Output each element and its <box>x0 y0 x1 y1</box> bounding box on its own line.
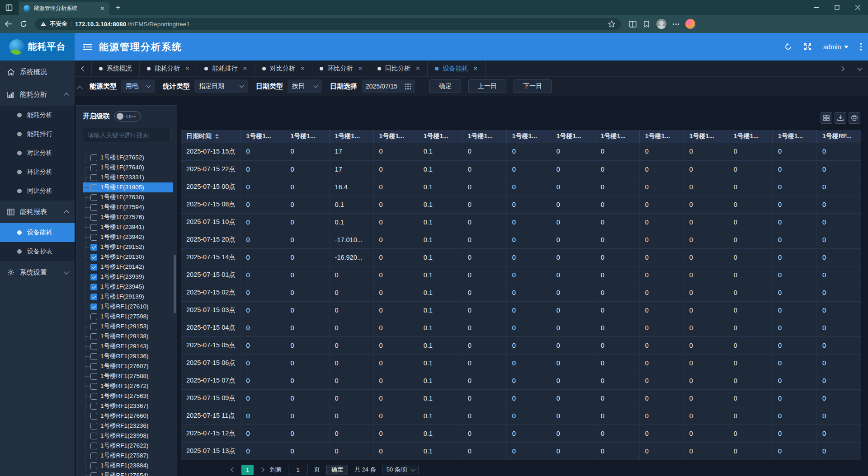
sidebar-item-能耗排行[interactable]: 能耗排行 <box>0 125 75 144</box>
collapse-filter-icon[interactable] <box>77 86 83 92</box>
print-button[interactable] <box>849 112 860 124</box>
tree-checkbox[interactable] <box>90 224 97 231</box>
table-row[interactable]: 2025-07-15 01点00000.1000000000 <box>181 266 861 284</box>
reload-icon[interactable] <box>20 20 30 28</box>
tree-checkbox[interactable] <box>90 264 97 271</box>
next-day-button[interactable]: 下一日 <box>514 79 552 93</box>
tree-node-1号楼RF1(27654)[interactable]: 1号楼RF1(27654) <box>83 471 173 476</box>
tab-close-icon[interactable]: ✕ <box>473 65 477 72</box>
tree-checkbox[interactable] <box>90 234 97 241</box>
tree-checkbox[interactable] <box>90 393 97 400</box>
sidebar-item-对比分析[interactable]: 对比分析 <box>0 144 75 163</box>
tree-checkbox[interactable] <box>90 294 97 300</box>
tree-node-1号楼RF1(29136)[interactable]: 1号楼RF1(29136) <box>83 351 173 361</box>
tree-search-input[interactable] <box>83 128 170 142</box>
tree-scrollbar[interactable] <box>174 255 176 313</box>
tree-checkbox[interactable] <box>90 363 97 370</box>
browser-menu-icon[interactable] <box>673 23 679 25</box>
tree-node-1号楼1F(29152)[interactable]: 1号楼1F(29152) <box>83 242 173 252</box>
date-type-select[interactable]: 按日 <box>288 79 322 93</box>
sidebar-group-能耗分析[interactable]: 能耗分析 <box>0 83 75 106</box>
tree-node-1号楼1F(27640)[interactable]: 1号楼1F(27640) <box>83 163 173 173</box>
table-row[interactable]: 2025-07-15 14点00-16.920...00.1000000000 <box>181 248 861 266</box>
tree-node-1号楼RF1(27672)[interactable]: 1号楼RF1(27672) <box>83 381 173 391</box>
goto-page-input[interactable] <box>288 465 308 475</box>
table-row[interactable]: 2025-07-15 22点001700.1000000000 <box>181 160 861 178</box>
column-header[interactable]: 日期时间 <box>181 130 241 143</box>
sidebar-group-系统设置[interactable]: 系统设置 <box>0 261 75 284</box>
sort-icon[interactable] <box>215 134 219 139</box>
sidebar-item-设备抄表[interactable]: 设备抄表 <box>0 242 75 261</box>
table-row[interactable]: 2025-07-15 06点00000.1000000000 <box>181 354 861 372</box>
table-row[interactable]: 2025-07-15 20点00-17.010...00.1000000000 <box>181 231 861 248</box>
tab-环比分析[interactable]: 环比分析✕ <box>312 61 370 76</box>
more-options-icon[interactable] <box>860 43 862 51</box>
prev-day-button[interactable]: 上一日 <box>468 79 506 93</box>
table-row[interactable]: 2025-07-15 07点00000.1000000000 <box>181 372 861 389</box>
tree-node-1号楼RF1(23998)[interactable]: 1号楼RF1(23998) <box>83 431 173 441</box>
window-minimize-button[interactable] <box>806 0 826 15</box>
tree-checkbox[interactable] <box>90 403 97 410</box>
table-row[interactable]: 2025-07-15 00点0016.400.1000000000 <box>181 178 861 196</box>
cascade-toggle[interactable]: OFF <box>114 111 141 121</box>
tree-checkbox[interactable] <box>90 313 97 320</box>
sidebar-group-能耗报表[interactable]: 能耗报表 <box>0 201 75 223</box>
favorites-icon[interactable] <box>643 21 650 28</box>
tree-checkbox[interactable] <box>90 472 97 476</box>
tab-系统概况[interactable]: 系统概况 <box>92 61 140 76</box>
column-settings-button[interactable] <box>821 112 832 124</box>
tree-checkbox[interactable] <box>90 184 97 191</box>
tree-checkbox[interactable] <box>90 204 97 211</box>
tree-node-1号楼RF1(27607)[interactable]: 1号楼RF1(27607) <box>83 361 173 371</box>
export-button[interactable] <box>835 112 846 124</box>
sidebar-item-设备能耗[interactable]: 设备能耗 <box>0 223 75 242</box>
browser-tab[interactable]: 能源管理分析系统 ✕ <box>19 2 109 15</box>
tree-node-1号楼1F(23939)[interactable]: 1号楼1F(23939) <box>83 272 173 282</box>
tree-checkbox[interactable] <box>90 194 97 201</box>
table-row[interactable]: 2025-07-15 08点000.100.1000000000 <box>181 196 861 213</box>
tab-close-icon[interactable]: ✕ <box>100 5 105 12</box>
sidebar-item-环比分析[interactable]: 环比分析 <box>0 163 75 182</box>
table-row[interactable]: 2025-07-15 11点00000.1000000000 <box>181 407 861 425</box>
window-maximize-button[interactable] <box>826 0 847 15</box>
table-row[interactable]: 2025-07-15 05点00000.1000000000 <box>181 336 861 354</box>
tree-node-1号楼1F(23945)[interactable]: 1号楼1F(23945) <box>83 282 173 292</box>
tab-能耗排行[interactable]: 能耗排行✕ <box>197 61 255 76</box>
tree-node-1号楼1F(27594)[interactable]: 1号楼1F(27594) <box>83 202 173 212</box>
table-row[interactable]: 2025-07-15 02点00000.1000000000 <box>181 284 861 301</box>
address-bar[interactable]: 不安全 172.10.3.104:8080 /#/EMS/Reportingtr… <box>35 18 621 30</box>
table-row[interactable]: 2025-07-15 15点001700.1000000000 <box>181 143 861 160</box>
tree-node-1号楼1F(23942)[interactable]: 1号楼1F(23942) <box>83 232 173 242</box>
tree-checkbox[interactable] <box>90 174 97 181</box>
tab-对比分析[interactable]: 对比分析✕ <box>255 61 312 76</box>
tree-checkbox[interactable] <box>90 453 97 459</box>
tabs-scroll-left-button[interactable] <box>75 61 92 77</box>
tabs-scroll-right-button[interactable] <box>834 61 851 77</box>
tab-close-icon[interactable]: ✕ <box>242 65 247 72</box>
tree-checkbox[interactable] <box>90 303 97 310</box>
new-tab-button[interactable]: + <box>116 3 120 12</box>
tree-node-1号楼1F(23331)[interactable]: 1号楼1F(23331) <box>83 173 173 182</box>
tree-checkbox[interactable] <box>90 423 97 429</box>
tree-checkbox[interactable] <box>90 373 97 380</box>
tree-checkbox[interactable] <box>90 214 97 221</box>
tree-node-1号楼1F(31805)[interactable]: 1号楼1F(31805) <box>83 182 173 192</box>
bookmark-star-icon[interactable] <box>608 20 615 28</box>
energy-type-select[interactable]: 用电 <box>121 79 155 93</box>
tree-node-1号楼RF1(29143)[interactable]: 1号楼RF1(29143) <box>83 341 173 351</box>
tree-node-1号楼RF1(27563)[interactable]: 1号楼RF1(27563) <box>83 391 173 401</box>
tree-checkbox[interactable] <box>90 343 97 350</box>
tree-node-1号楼RF1(27587)[interactable]: 1号楼RF1(27587) <box>83 451 173 461</box>
tree-checkbox[interactable] <box>90 462 97 469</box>
tree-node-1号楼RF1(27598)[interactable]: 1号楼RF1(27598) <box>83 312 173 322</box>
menu-fold-icon[interactable] <box>83 43 92 51</box>
tree-node-1号楼1F(27630)[interactable]: 1号楼1F(27630) <box>83 192 173 202</box>
user-menu[interactable]: admin <box>823 43 849 51</box>
tree-node-1号楼RF1(29153)[interactable]: 1号楼RF1(29153) <box>83 322 173 331</box>
tabs-menu-button[interactable] <box>851 61 868 77</box>
current-page-button[interactable]: 1 <box>241 465 254 475</box>
next-page-icon[interactable] <box>259 467 264 472</box>
tree-checkbox[interactable] <box>90 433 97 439</box>
tree-node-1号楼1F(29139)[interactable]: 1号楼1F(29139) <box>83 292 173 302</box>
tree-node-1号楼RF1(27660)[interactable]: 1号楼RF1(27660) <box>83 411 173 421</box>
